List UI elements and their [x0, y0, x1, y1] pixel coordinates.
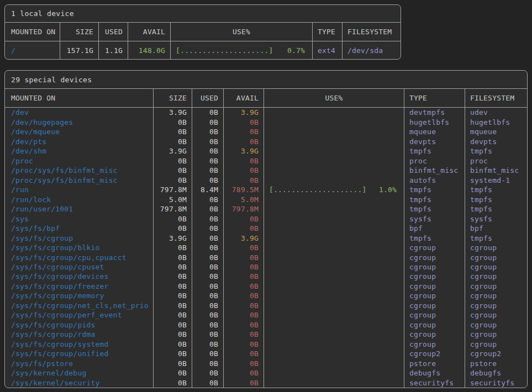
used-cell: 0B	[192, 175, 224, 184]
type-cell: debugfs	[404, 368, 465, 378]
used-cell: 0B	[192, 117, 224, 126]
mounted-cell: /sys/kernel/security	[5, 378, 154, 388]
table-row: /sys/fs/cgroup/cpu,cpuacct0B0B0Bcgroupcg…	[5, 252, 527, 262]
filesystem-cell: cgroup	[465, 291, 527, 300]
mounted-cell: /run/user/1001	[5, 204, 154, 214]
filesystem-cell: hugetlbfs	[465, 117, 527, 126]
mounted-cell: /sys	[5, 214, 154, 223]
avail-cell: 0B	[224, 136, 264, 146]
used-cell: 8.4M	[192, 185, 224, 194]
avail-cell: 0B	[224, 291, 264, 300]
size-cell: 0B	[154, 310, 192, 320]
avail-cell: 3.9G	[224, 233, 264, 242]
used-cell: 0B	[192, 233, 224, 242]
terminal-screen[interactable]: { "colors": { "bg_page": "#232323", "bg_…	[0, 0, 532, 392]
column-header: MOUNTED ON	[5, 23, 60, 41]
used-cell: 0B	[192, 224, 224, 233]
size-cell: 0B	[154, 214, 192, 223]
table-row: /dev/shm3.9G0B3.9Gtmpfstmpfs	[5, 146, 527, 156]
use-percent-cell	[264, 340, 404, 349]
filesystem-cell: tmpfs	[465, 185, 527, 194]
size-cell: 797.8M	[154, 185, 192, 194]
used-cell: 0B	[192, 108, 224, 117]
size-cell: 0B	[154, 262, 192, 272]
use-percent-cell	[264, 272, 404, 281]
mounted-cell: /dev/hugepages	[5, 117, 154, 126]
usage-percent: 0.7%	[287, 46, 305, 55]
use-percent-cell	[264, 156, 404, 165]
used-cell: 0B	[192, 127, 224, 136]
avail-cell: 797.8M	[224, 204, 264, 214]
use-percent-cell	[264, 204, 404, 214]
use-percent-cell	[264, 117, 404, 126]
use-percent-cell	[264, 127, 404, 136]
use-percent-cell	[264, 301, 404, 310]
use-percent-cell	[264, 262, 404, 272]
usage-bar: [....................]	[269, 186, 367, 194]
special-devices-table: 29 special devices MOUNTED ONSIZEUSEDAVA…	[4, 70, 528, 388]
used-cell: 0B	[192, 156, 224, 165]
use-percent-cell	[264, 166, 404, 175]
table-row: /dev/mqueue0B0B0Bmqueuemqueue	[5, 127, 527, 136]
size-cell: 0B	[154, 349, 192, 358]
table-row: /sys/fs/cgroup/rdma0B0B0Bcgroupcgroup	[5, 330, 527, 339]
filesystem-cell: tmpfs	[465, 233, 527, 242]
used-cell: 0B	[192, 349, 224, 358]
mounted-cell: /sys/fs/cgroup/systemd	[5, 340, 154, 349]
table-row: /sys/kernel/security0B0B0Bsecurityfssecu…	[5, 378, 527, 388]
avail-cell: 0B	[224, 224, 264, 233]
type-cell: mqueue	[404, 127, 465, 136]
used-cell: 0B	[192, 166, 224, 175]
used-cell: 0B	[192, 330, 224, 339]
type-cell: cgroup	[404, 330, 465, 339]
type-cell: binfmt_misc	[404, 166, 465, 175]
type-cell: securityfs	[404, 378, 465, 388]
size-cell: 157.1G	[60, 41, 99, 59]
use-percent-cell	[264, 378, 404, 388]
filesystem-cell: /dev/sda	[343, 41, 401, 59]
mounted-cell: /sys/fs/cgroup	[5, 233, 154, 242]
size-cell: 0B	[154, 224, 192, 233]
use-percent-cell	[264, 224, 404, 233]
used-cell: 0B	[192, 272, 224, 281]
use-percent-cell	[264, 108, 404, 117]
table-row: /dev3.9G0B3.9Gdevtmpfsudev	[5, 108, 527, 117]
avail-cell: 0B	[224, 117, 264, 126]
type-cell: cgroup	[404, 262, 465, 272]
avail-cell: 0B	[224, 310, 264, 320]
column-header: TYPE	[313, 23, 343, 41]
use-percent-cell	[264, 175, 404, 184]
used-cell: 0B	[192, 146, 224, 156]
use-percent-cell	[264, 243, 404, 252]
table-row: /157.1G1.1G148.0G[....................]0…	[5, 41, 401, 59]
avail-cell: 0B	[224, 349, 264, 358]
used-cell: 0B	[192, 368, 224, 378]
avail-cell: 0B	[224, 272, 264, 281]
avail-cell: 0B	[224, 340, 264, 349]
filesystem-cell: devpts	[465, 136, 527, 146]
mounted-cell: /sys/fs/cgroup/rdma	[5, 330, 154, 339]
filesystem-cell: binfmt_misc	[465, 166, 527, 175]
type-cell: cgroup	[404, 291, 465, 300]
mounted-cell: /sys/fs/cgroup/pids	[5, 320, 154, 330]
type-cell: pstore	[404, 359, 465, 368]
table-row: /sys/fs/cgroup/net_cls,net_prio0B0B0Bcgr…	[5, 301, 527, 310]
size-cell: 0B	[154, 330, 192, 339]
avail-cell: 789.5M	[224, 185, 264, 194]
table-row: /sys/fs/bpf0B0B0Bbpfbpf	[5, 224, 527, 233]
filesystem-cell: cgroup	[465, 252, 527, 262]
table-row: /run797.8M8.4M789.5M[...................…	[5, 185, 527, 194]
avail-cell: 0B	[224, 166, 264, 175]
table-row: /proc0B0B0Bprocproc	[5, 156, 527, 165]
used-cell: 0B	[192, 340, 224, 349]
table-row: /sys/fs/cgroup/pids0B0B0Bcgroupcgroup	[5, 320, 527, 330]
size-cell: 0B	[154, 156, 192, 165]
column-header: USED	[99, 23, 128, 41]
avail-cell: 3.9G	[224, 108, 264, 117]
used-cell: 0B	[192, 320, 224, 330]
mounted-cell: /dev/shm	[5, 146, 154, 156]
used-cell: 0B	[192, 214, 224, 223]
type-cell: tmpfs	[404, 185, 465, 194]
table-header-row: MOUNTED ONSIZEUSEDAVAILUSE%TYPEFILESYSTE…	[5, 23, 401, 41]
used-cell: 0B	[192, 262, 224, 272]
